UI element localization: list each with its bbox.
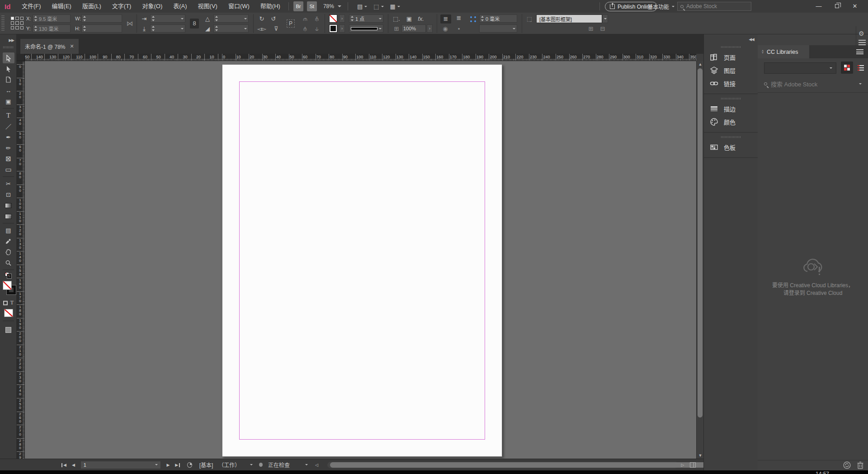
menu-item[interactable]: 对象(O)	[137, 0, 168, 13]
adobe-stock-search-input[interactable]: Adobe Stock	[677, 2, 751, 11]
scale-x-field[interactable]	[150, 14, 185, 23]
w-field[interactable]	[81, 14, 122, 23]
rotate-ccw-icon[interactable]: ↺	[269, 15, 278, 22]
dock-collapse-icon[interactable]: ◀◀	[749, 37, 754, 42]
flip-vertical-icon[interactable]: ⊽	[271, 25, 281, 32]
vertical-ruler[interactable]: 0102030405060708090100110120130140150160…	[17, 61, 25, 459]
tab-close-icon[interactable]: ✕	[70, 43, 74, 49]
scale-y-field[interactable]	[150, 24, 185, 33]
dock-item-stroke[interactable]: 描边	[704, 102, 758, 115]
constrain-wh-icon[interactable]: ⋈	[125, 19, 135, 28]
screen-mode-caret[interactable]	[381, 6, 384, 7]
horizontal-ruler[interactable]: 1501401301201101009080706050403020100102…	[25, 54, 696, 61]
last-page-button[interactable]: ▶	[175, 463, 178, 467]
zoom-dropdown-caret[interactable]	[338, 5, 341, 7]
panel-grip[interactable]	[1, 15, 5, 32]
select-next-icon[interactable]: ⫚	[312, 15, 322, 23]
scissors-tool[interactable]: ✂	[3, 178, 14, 189]
object-style-caret[interactable]	[602, 14, 608, 23]
screen-mode-icon[interactable]: ⬚	[373, 3, 379, 10]
scroll-left-icon[interactable]: ◁	[315, 463, 318, 467]
horizontal-scrollbar-thumb[interactable]	[330, 462, 717, 468]
h-field[interactable]	[81, 24, 122, 33]
line-tool[interactable]: ／	[3, 121, 14, 132]
wrap-bounding-icon[interactable]: ≣	[454, 14, 464, 21]
preflight-icon[interactable]	[187, 462, 192, 468]
wrap-jump-icon[interactable]: ▪	[454, 25, 464, 32]
menu-item[interactable]: 帮助(H)	[255, 0, 286, 13]
dock-item-pages[interactable]: 页面	[704, 51, 758, 64]
opacity-caret[interactable]: ›	[427, 24, 433, 33]
zoom-level-value[interactable]: 78%	[323, 3, 334, 9]
y-field[interactable]: 130 毫米	[33, 24, 71, 33]
status-caret[interactable]	[305, 464, 308, 465]
effects-icon[interactable]: fx.	[416, 15, 426, 22]
wrap-none-icon[interactable]: ≣	[440, 14, 451, 24]
rotate-cw-icon[interactable]: ↻	[257, 15, 267, 22]
bridge-button[interactable]: Br	[293, 1, 303, 11]
flip-horizontal-icon[interactable]: ◅▻	[257, 25, 267, 32]
rotate-angle-field[interactable]	[213, 24, 249, 33]
break-link-style-icon[interactable]: ⊟	[598, 25, 608, 32]
spinner[interactable]	[34, 26, 38, 31]
control-panel-menu-icon[interactable]	[859, 40, 866, 45]
select-content-icon[interactable]: ⫙	[300, 15, 310, 23]
pen-tool[interactable]: ✒	[3, 132, 14, 142]
screen-mode-normal-icon[interactable]	[5, 327, 11, 333]
fill-swatch-none[interactable]	[329, 14, 337, 23]
ruler-origin-corner[interactable]	[17, 54, 25, 61]
menu-item[interactable]: 编辑(E)	[47, 0, 77, 13]
constrain-scale-link-icon[interactable]: 8	[190, 19, 199, 28]
search-scope-caret[interactable]	[859, 83, 862, 85]
panel-grip[interactable]	[721, 46, 741, 48]
gradient-swatch-tool[interactable]	[3, 200, 14, 211]
scroll-right-icon[interactable]: ▷	[681, 463, 684, 467]
wrap-sides-icon[interactable]: ◉	[440, 25, 450, 32]
spinner[interactable]	[83, 16, 86, 21]
arrange-documents-caret[interactable]	[397, 6, 400, 7]
selection-tool[interactable]	[3, 52, 14, 63]
x-field[interactable]: 9.5 毫米	[33, 14, 71, 23]
trash-icon[interactable]	[857, 461, 863, 469]
menu-item[interactable]: 视图(V)	[193, 0, 223, 13]
minimize-button[interactable]: —	[812, 0, 826, 12]
pasteboard[interactable]	[25, 61, 696, 459]
spinner[interactable]	[34, 16, 38, 21]
corner-options-icon[interactable]: ⬚.	[392, 15, 401, 22]
formatting-affects-container-icon[interactable]	[3, 301, 8, 305]
close-button[interactable]: ✕	[848, 0, 862, 12]
previous-page-button[interactable]: ◀	[72, 463, 75, 467]
document-tab[interactable]: 未命名-1 @ 78% ✕	[20, 39, 79, 54]
dock-item-color[interactable]: 颜色	[704, 115, 758, 128]
clear-overrides-icon[interactable]: ⊞	[586, 25, 596, 32]
stock-button[interactable]: St	[307, 1, 317, 11]
free-transform-tool[interactable]: ⊡	[3, 189, 14, 200]
list-view-button[interactable]	[855, 62, 866, 74]
panel-expand-icon[interactable]: ▶▶	[9, 38, 14, 43]
page-number-field[interactable]: 1	[80, 461, 161, 469]
cc-search-input[interactable]: 搜索 Adobe Stock	[764, 79, 862, 89]
spinner[interactable]	[83, 26, 86, 31]
wrap-options-dropdown[interactable]	[479, 24, 517, 33]
view-options-caret[interactable]	[364, 6, 367, 7]
menu-item[interactable]: 文件(F)	[16, 0, 47, 13]
rectangle-tool[interactable]: ▭	[3, 164, 14, 175]
gradient-feather-tool[interactable]	[3, 211, 14, 222]
fill-stroke-swatches[interactable]	[3, 280, 14, 298]
object-style-dropdown[interactable]: [基本图形框架]	[536, 14, 602, 23]
corner-shape-icon[interactable]: ▣	[404, 15, 414, 22]
panel-menu-icon[interactable]	[856, 49, 863, 54]
library-select-dropdown[interactable]	[764, 62, 836, 74]
panel-grip[interactable]	[3, 46, 14, 48]
panel-collapse-icon[interactable]: ˄˅	[762, 50, 764, 54]
apply-none-button[interactable]	[4, 309, 13, 317]
select-prev-icon[interactable]: ⫛	[300, 25, 310, 33]
vertical-scrollbar-thumb[interactable]	[698, 68, 703, 417]
control-panel-gear-icon[interactable]: ⚙	[859, 30, 864, 37]
page-canvas[interactable]	[222, 64, 502, 457]
next-page-button[interactable]: ▶	[166, 463, 170, 467]
scroll-up-icon[interactable]: ▲	[697, 62, 704, 66]
menu-item[interactable]: 表(A)	[168, 0, 192, 13]
scroll-down-icon[interactable]: ▼	[697, 453, 704, 458]
direct-selection-tool[interactable]	[3, 63, 14, 74]
